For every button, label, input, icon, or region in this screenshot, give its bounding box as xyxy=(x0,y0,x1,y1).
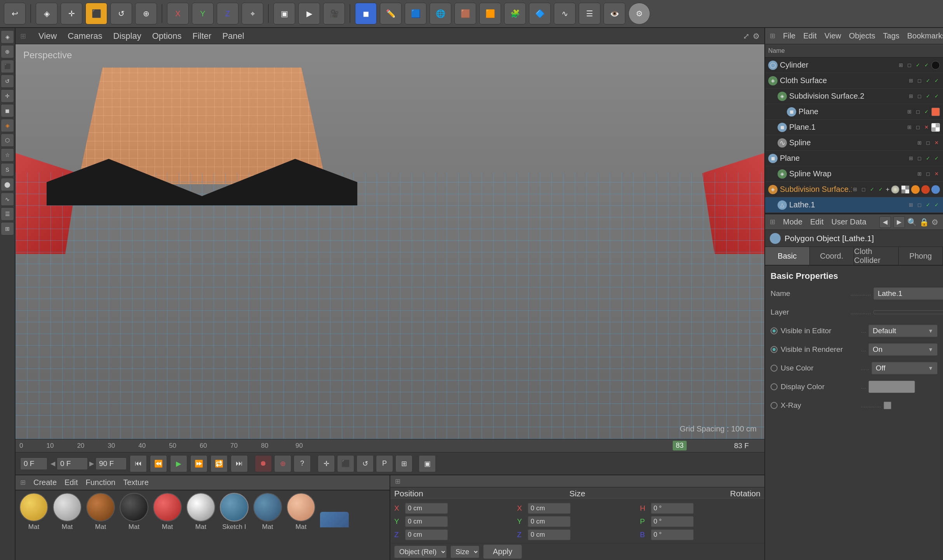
left-tool-7[interactable]: ◈ xyxy=(1,119,14,132)
size-y-input[interactable] xyxy=(528,516,571,527)
tree-item-lathe1[interactable]: △ Lathe.1 ⊞ ◻ ✓ ✓ xyxy=(765,197,943,213)
prop-visible-renderer-radio[interactable] xyxy=(771,346,778,353)
check2-icon[interactable]: ✓ xyxy=(923,62,930,69)
viewport-menu-view[interactable]: View xyxy=(38,31,57,41)
autokey-button[interactable]: ⊕ xyxy=(274,455,291,472)
go-start-button[interactable]: ⏮ xyxy=(130,455,147,472)
rotate-tool-button[interactable]: ↺ xyxy=(110,3,132,24)
viewport-menu-filter[interactable]: Filter xyxy=(193,31,212,41)
texture-menu[interactable]: Texture xyxy=(123,478,149,487)
material-brown[interactable]: Mat xyxy=(86,493,115,531)
deform-button[interactable]: 🟫 xyxy=(454,3,476,24)
pos-x-input[interactable] xyxy=(405,503,448,514)
rot-h-input[interactable] xyxy=(651,503,694,514)
size-z-input[interactable] xyxy=(528,529,571,540)
left-tool-6[interactable]: ◼ xyxy=(1,104,14,117)
props-lock-icon[interactable]: 🔒 xyxy=(919,217,929,227)
material-sketch[interactable]: Sketch I xyxy=(220,493,249,531)
tree-item-plane3[interactable]: ◼ Plane ⊞ ◻ ✓ ✓ xyxy=(765,151,943,166)
tree-item-spline[interactable]: ∿ Spline ⊞ ◻ ✕ xyxy=(765,135,943,151)
check-icon[interactable]: ✓ xyxy=(914,62,921,69)
fx-button[interactable]: 🟧 xyxy=(479,3,501,24)
prop-visible-editor-dropdown[interactable]: Default xyxy=(868,325,938,337)
left-tool-8[interactable]: ⬡ xyxy=(1,134,14,147)
props-menu-mode[interactable]: Mode xyxy=(783,217,802,226)
frame-end-field[interactable] xyxy=(96,457,127,470)
tree-item-cylinder[interactable]: ◯ Cylinder ⊞ ◻ ✓ ✓ xyxy=(765,57,943,73)
obj-menu-file[interactable]: File xyxy=(783,31,795,40)
tree-item-plane1[interactable]: ◼ Plane ⊞ ◻ ✓ xyxy=(765,104,943,120)
globe-button[interactable]: 🌐 xyxy=(430,3,451,24)
size-mode-dropdown[interactable]: Size xyxy=(451,546,479,558)
props-back-btn[interactable]: ◀ xyxy=(879,216,891,228)
coord-mode-dropdown[interactable]: Object (Rel) World Local xyxy=(394,546,447,558)
left-tool-2[interactable]: ⊕ xyxy=(1,45,14,58)
material-red[interactable]: Mat xyxy=(153,493,182,531)
obj-menu-bookmarks[interactable]: Bookmarks xyxy=(907,31,943,40)
prop-visible-editor-radio[interactable] xyxy=(771,327,778,334)
left-tool-13[interactable]: ☰ xyxy=(1,207,14,221)
props-fwd-btn[interactable]: ▶ xyxy=(893,216,905,228)
undo-button[interactable]: ↩ xyxy=(4,3,26,24)
material-gray[interactable]: Mat xyxy=(53,493,82,531)
z-axis-button[interactable]: Z xyxy=(217,3,238,24)
viewport-menu-panel[interactable]: Panel xyxy=(222,31,244,41)
material-sphere[interactable]: Mat xyxy=(186,493,215,531)
viewport-expand-icon[interactable]: ⤢ xyxy=(743,31,750,41)
axis-button[interactable]: ⌖ xyxy=(242,3,263,24)
frame-start-field[interactable] xyxy=(20,457,47,470)
viewport-canvas[interactable]: Perspective Grid Spacing : 100 cm xyxy=(16,44,764,439)
left-tool-3[interactable]: ⬛ xyxy=(1,60,14,73)
render-settings-button[interactable]: ⚙ xyxy=(628,3,650,24)
pos-y-input[interactable] xyxy=(405,516,448,527)
render-button[interactable]: 🎥 xyxy=(323,3,345,24)
loop-button[interactable]: 🔁 xyxy=(211,455,228,472)
prop-use-color-radio[interactable] xyxy=(771,365,778,372)
dynamics-button[interactable]: 🔷 xyxy=(529,3,551,24)
spline-button[interactable]: ∿ xyxy=(554,3,576,24)
props-menu-edit[interactable]: Edit xyxy=(810,217,823,226)
tree-item-cloth-surface[interactable]: ◈ Cloth Surface ⊞ ◻ ✓ ✓ xyxy=(765,73,943,89)
prop-xray-checkbox[interactable] xyxy=(884,402,891,409)
timeline-full-button[interactable]: ▣ xyxy=(419,455,436,472)
step-fwd-button[interactable]: ⏩ xyxy=(190,455,207,472)
render-active-button[interactable]: ▶ xyxy=(298,3,320,24)
timeline-extra[interactable]: ⊞ xyxy=(395,455,412,472)
material-partial[interactable] xyxy=(320,512,349,527)
prop-xray-radio[interactable] xyxy=(771,402,778,409)
edit-menu[interactable]: Edit xyxy=(64,478,78,487)
left-tool-9[interactable]: ☆ xyxy=(1,148,14,162)
left-tool-12[interactable]: ∿ xyxy=(1,193,14,206)
size-x-input[interactable] xyxy=(528,503,571,514)
key-mode-button[interactable]: ⬛ xyxy=(337,455,354,472)
left-tool-10[interactable]: S xyxy=(1,163,14,176)
obj-menu-edit[interactable]: Edit xyxy=(803,31,816,40)
obj-menu-tags[interactable]: Tags xyxy=(883,31,900,40)
left-tool-11[interactable]: ⬤ xyxy=(1,178,14,191)
create-menu[interactable]: Create xyxy=(33,478,57,487)
left-tool-5[interactable]: ✛ xyxy=(1,89,14,103)
curve-button[interactable]: ↺ xyxy=(357,455,374,472)
tree-item-subdiv1[interactable]: ◈ Subdivision Surface.1 ⊞ ◻ ✓ ✓ + xyxy=(765,182,943,197)
material-skin[interactable]: Mat xyxy=(287,493,315,531)
props-menu-userdata[interactable]: User Data xyxy=(832,217,866,226)
pos-z-input[interactable] xyxy=(405,529,448,540)
tab-basic[interactable]: Basic xyxy=(765,247,810,265)
x-axis-button[interactable]: X xyxy=(167,3,189,24)
left-tool-1[interactable]: ◈ xyxy=(1,30,14,43)
tree-item-spline-wrap[interactable]: ◈ Spline Wrap ⊞ ◻ ✕ xyxy=(765,166,943,182)
left-tool-4[interactable]: ↺ xyxy=(1,75,14,88)
material-blue[interactable]: Mat xyxy=(253,493,282,531)
mograph-button[interactable]: 🧩 xyxy=(504,3,526,24)
tree-item-subdiv2[interactable]: ◈ Subdivision Surface.2 ⊞ ◻ ✓ ✓ xyxy=(765,89,943,104)
prop-use-color-dropdown[interactable]: Off xyxy=(872,362,938,374)
step-back-button[interactable]: ⏪ xyxy=(150,455,167,472)
obj-menu-view[interactable]: View xyxy=(825,31,841,40)
tab-phong[interactable]: Phong xyxy=(899,247,943,265)
add-key-button[interactable]: ✛ xyxy=(318,455,335,472)
go-end-button[interactable]: ⏭ xyxy=(231,455,248,472)
mesh-button[interactable]: ☰ xyxy=(579,3,600,24)
move-tool-button[interactable]: ✛ xyxy=(61,3,82,24)
left-tool-14[interactable]: ⊞ xyxy=(1,222,14,235)
material-yellow[interactable]: Mat xyxy=(19,493,48,531)
